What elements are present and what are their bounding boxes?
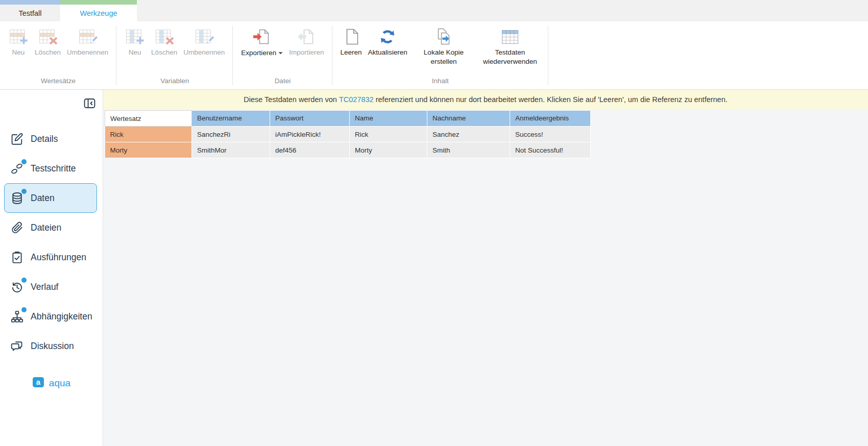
ribbon-button-label: Neu: [12, 48, 25, 56]
data-cell[interactable]: SanchezRi: [192, 127, 270, 142]
aktualisieren-button[interactable]: Aktualisieren: [365, 27, 411, 57]
row-name-cell[interactable]: Rick: [105, 127, 192, 142]
ribbon-button-label: Importieren: [289, 48, 324, 56]
data-cell[interactable]: Smith: [427, 142, 510, 158]
ribbon-group-datei: ExportierenImportierenDatei: [233, 21, 332, 89]
neu-button: Neu: [5, 27, 32, 57]
umbenennen-button: Umbenennen: [64, 27, 111, 57]
data-cell[interactable]: Sanchez: [427, 127, 510, 142]
ribbon-group-label: Inhalt: [333, 75, 547, 89]
data-cell[interactable]: Success!: [510, 127, 591, 142]
notification-text-after: referenziert und können nur dort bearbei…: [374, 95, 728, 104]
sidebar-item-testschritte[interactable]: Testschritte: [4, 154, 97, 183]
umbenennen-button: Umbenennen: [180, 27, 228, 57]
table-row: RickSanchezRiiAmPickleRick!RickSanchezSu…: [105, 127, 591, 142]
sidebar-item-dateien[interactable]: Dateien: [4, 213, 97, 242]
sidebar-item-label: Dateien: [31, 222, 61, 233]
column-header-passwort: Passwort: [270, 111, 350, 127]
referenced-testcase-link[interactable]: TC027832: [339, 95, 374, 104]
sidebar-item-verlauf[interactable]: Verlauf: [4, 272, 97, 302]
aqua-logo: a aqua: [0, 376, 103, 390]
svg-text:a: a: [36, 378, 41, 386]
loschen-button: Löschen: [32, 27, 64, 57]
column-header-anmeldeergebnis: Anmeldeergebnis: [510, 111, 591, 127]
lokale-kopie-erstellen-button[interactable]: Lokale Kopie erstellen: [411, 27, 477, 66]
aqua-logo-icon: a: [32, 376, 44, 390]
tab-testfall[interactable]: Testfall: [0, 0, 60, 21]
notification-dot: [21, 189, 27, 194]
sidebar-item-label: Verlauf: [31, 282, 58, 292]
collapse-row: [0, 90, 103, 110]
ribbon: NeuLöschenUmbenennenWertesätzeNeuLöschen…: [0, 21, 868, 90]
copy-pages-icon: [433, 27, 454, 47]
test-data-table: WertesatzBenutzernamePasswortNameNachnam…: [105, 110, 591, 158]
refresh-icon: [377, 27, 398, 47]
sidebar-item-ausfuhrungen[interactable]: Ausführungen: [4, 242, 97, 272]
tab-werkzeuge[interactable]: Werkzeuge: [60, 0, 137, 21]
ribbon-button-label: Aktualisieren: [368, 48, 407, 56]
notification-dot: [21, 159, 27, 164]
sidebar-item-label: Diskussion: [31, 341, 74, 352]
ribbon-group-wertesatze: NeuLöschenUmbenennenWertesätze: [0, 21, 116, 89]
ribbon-group-variablen: NeuLöschenUmbenennenVariablen: [116, 21, 233, 89]
collapse-sidebar-button[interactable]: [83, 96, 97, 110]
history-icon: [10, 280, 24, 294]
sidebar: DetailsTestschritteDatenDateienAusführun…: [0, 90, 103, 446]
ribbon-button-label: Leeren: [341, 48, 362, 56]
notification-dot: [21, 278, 27, 283]
column-header-name: Name: [350, 111, 427, 127]
ribbon-button-label: Umbenennen: [183, 48, 225, 56]
tab-accent-bar: [0, 0, 60, 5]
ribbon-button-label: Testdaten wiederverwenden: [483, 48, 537, 65]
table-column-rename-icon: [194, 27, 214, 47]
dropdown-caret-icon: [278, 48, 283, 57]
test-steps-icon: [10, 162, 24, 176]
sidebar-item-daten[interactable]: Daten: [4, 183, 97, 213]
sidebar-item-label: Details: [31, 134, 58, 144]
edit-icon: [10, 132, 24, 146]
tab-bar: TestfallWerkzeuge: [0, 0, 868, 21]
table-column-delete-icon: [154, 27, 175, 47]
sidebar-item-label: Daten: [31, 193, 55, 204]
ribbon-group-inhalt: LeerenAktualisierenLokale Kopie erstelle…: [332, 21, 548, 89]
sidebar-item-label: Testschritte: [31, 163, 76, 174]
importieren-button: Importieren: [286, 27, 327, 57]
table-grid-icon: [500, 27, 520, 47]
export-icon: [252, 27, 272, 47]
testdaten-wiederverwenden-button[interactable]: Testdaten wiederverwenden: [477, 27, 543, 66]
database-icon: [10, 191, 24, 205]
table-row-delete-icon: [38, 27, 58, 47]
sidebar-item-diskussion[interactable]: Diskussion: [4, 331, 97, 361]
notification-dot: [21, 307, 27, 312]
aqua-logo-text: aqua: [49, 378, 70, 389]
ribbon-group-label: Wertesätze: [1, 75, 115, 89]
sidebar-item-details[interactable]: Details: [4, 124, 97, 154]
data-cell[interactable]: Morty: [350, 142, 427, 158]
sidebar-item-label: Ausführungen: [31, 252, 86, 263]
table-row-rename-icon: [78, 27, 98, 47]
blank-page-icon: [341, 27, 361, 47]
import-icon: [296, 27, 317, 47]
data-cell[interactable]: Not Successful!: [510, 142, 591, 158]
ribbon-button-label: Löschen: [151, 48, 177, 56]
loschen-button: Löschen: [148, 27, 180, 57]
leeren-button[interactable]: Leeren: [337, 27, 365, 57]
notification-text-before: Diese Testdaten werden von: [244, 95, 339, 104]
exportieren-button[interactable]: Exportieren: [238, 27, 286, 58]
data-cell[interactable]: Rick: [350, 127, 427, 142]
sidebar-item-abhangigkeiten[interactable]: Abhängigkeiten: [4, 302, 97, 331]
column-header-nachname: Nachname: [427, 111, 510, 127]
table-header-row: WertesatzBenutzernamePasswortNameNachnam…: [105, 111, 591, 127]
ribbon-button-label: Neu: [129, 48, 141, 56]
data-cell[interactable]: iAmPickleRick!: [270, 127, 350, 142]
tab-label: Testfall: [0, 5, 60, 21]
data-cell[interactable]: def456: [270, 142, 350, 158]
ribbon-button-label: Umbenennen: [67, 48, 108, 56]
row-name-cell[interactable]: Morty: [105, 142, 192, 158]
data-cell[interactable]: SmithMor: [192, 142, 270, 158]
hierarchy-icon: [10, 310, 24, 324]
chat-icon: [10, 339, 24, 353]
sidebar-item-label: Abhängigkeiten: [31, 311, 92, 322]
tab-label: Werkzeuge: [60, 5, 137, 21]
table-row-add-icon: [8, 27, 29, 47]
